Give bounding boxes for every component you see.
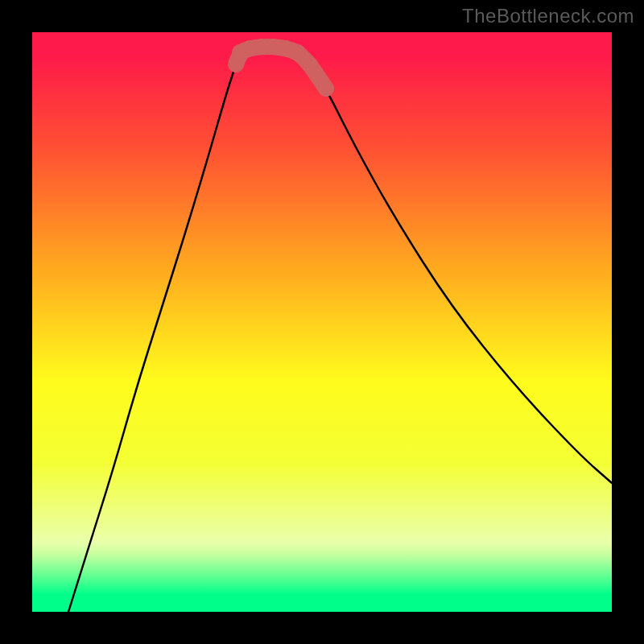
- chart-container: TheBottleneck.com: [0, 0, 644, 644]
- bottleneck-curve: [68, 47, 612, 612]
- valley-marker-5: [290, 44, 306, 60]
- right-marker-dot: [302, 56, 318, 72]
- plot-area: [32, 32, 612, 612]
- right-marker-dot-2: [318, 80, 334, 97]
- chart-svg: [32, 32, 612, 612]
- watermark-text: TheBottleneck.com: [462, 5, 634, 27]
